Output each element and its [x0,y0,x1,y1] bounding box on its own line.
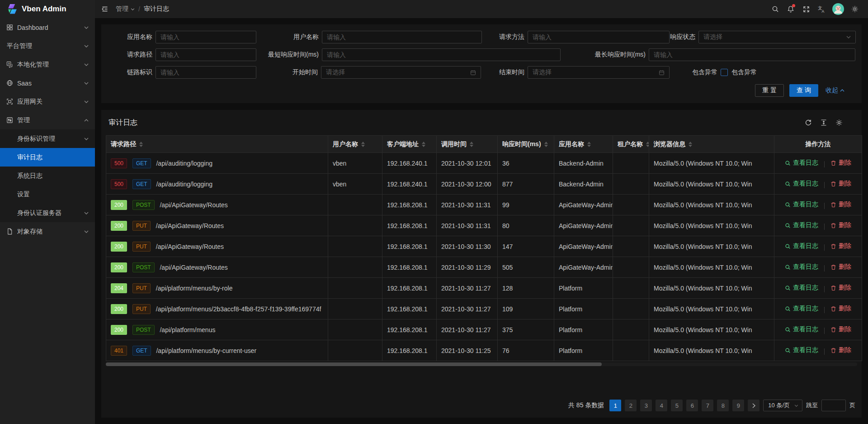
sort-icon[interactable] [422,142,425,147]
next-page-button[interactable] [748,400,760,411]
sidebar-item-localization[interactable]: A 本地化管理 [0,55,95,74]
sidebar-item-system-log[interactable]: 系统日志 [0,167,95,185]
saas-globe-icon [6,80,13,86]
view-log-button[interactable]: 查看日志 [785,180,818,188]
app-name-input[interactable] [160,33,251,41]
view-log-button[interactable]: 查看日志 [785,159,818,167]
breadcrumb-root[interactable]: 管理 [116,5,135,13]
app-name-cell: ApiGateWay-Admin [554,236,613,257]
sidebar-item-dashboard[interactable]: Dashboard [0,18,95,37]
field-label: 请求路径 [106,51,152,59]
delete-button[interactable]: 删除 [830,305,851,313]
field-min-response-time: 最短响应时间(ms) [256,48,561,61]
view-log-button[interactable]: 查看日志 [785,346,818,354]
delete-button[interactable]: 删除 [830,159,851,167]
sidebar-item-object-storage[interactable]: 对象存储 [0,222,95,241]
page-button[interactable]: 6 [686,400,698,411]
logo[interactable]: Vben Admin [0,0,95,18]
page-jump: 跳至 页 [806,400,855,411]
delete-button[interactable]: 删除 [830,180,851,188]
view-log-button[interactable]: 查看日志 [785,200,818,209]
tenant-name-cell [613,278,649,299]
reset-button[interactable]: 重 置 [755,84,784,97]
max-response-time-input[interactable] [654,51,850,58]
response-time-cell: 80 [498,215,554,236]
delete-button[interactable]: 删除 [830,221,851,229]
sort-icon[interactable] [544,142,548,147]
sidebar-item-audit-log[interactable]: 审计日志 [0,148,95,167]
search-button[interactable]: 查 询 [789,84,818,97]
search-icon[interactable] [768,0,783,18]
chevron-down-icon [131,8,135,10]
notification-bell-icon[interactable] [783,0,798,18]
column-header-tenant-name[interactable]: 租户名称 [613,136,649,153]
column-header-call-time[interactable]: 调用时间 [437,136,498,153]
sort-icon[interactable] [361,142,365,147]
fullscreen-icon[interactable] [798,0,814,18]
sidebar-item-auth-server[interactable]: 身份认证服务器 [0,204,95,222]
column-header-client-ip[interactable]: 客户端地址 [382,136,437,153]
collapse-link[interactable]: 收起 [826,86,844,95]
sort-icon[interactable] [587,142,591,147]
view-log-button[interactable]: 查看日志 [785,305,818,313]
request-path-input[interactable] [160,51,251,58]
column-header-browser-info[interactable]: 浏览器信息 [649,136,774,153]
delete-button[interactable]: 删除 [830,284,851,292]
menu-fold-icon[interactable] [101,5,108,13]
sidebar-item-settings[interactable]: 设置 [0,185,95,204]
call-time-cell: 2021-10-30 11:31 [437,195,498,215]
delete-button[interactable]: 删除 [830,263,851,271]
request-path-text: /api/platform/menus/2b3accf8-4fb8-f257-f… [156,305,321,313]
page-button[interactable]: 8 [717,400,729,411]
sidebar-item-platform[interactable]: 平台管理 [0,37,95,55]
action-divider [824,161,825,167]
delete-button[interactable]: 删除 [830,200,851,209]
translate-icon[interactable]: 文A [814,0,829,18]
sort-icon[interactable] [646,142,649,147]
view-log-button[interactable]: 查看日志 [785,325,818,333]
column-header-app-name[interactable]: 应用名称 [554,136,613,153]
column-settings-gear-icon[interactable] [835,119,843,126]
page-button[interactable]: 3 [640,400,652,411]
response-status-select[interactable]: 请选择 [698,31,856,43]
request-method-input[interactable] [533,33,665,41]
sidebar-item-identity[interactable]: 身份标识管理 [0,129,95,148]
user-name-input[interactable] [327,33,477,41]
delete-button[interactable]: 删除 [830,242,851,250]
sidebar-item-saas[interactable]: Saas [0,74,95,92]
table-toolbar [805,119,854,126]
page-button[interactable]: 2 [625,400,637,411]
end-time-picker[interactable]: 请选择 [528,66,670,79]
scrollbar-thumb[interactable] [106,362,602,366]
page-button[interactable]: 4 [656,400,667,411]
view-log-button[interactable]: 查看日志 [785,284,818,292]
delete-button[interactable]: 删除 [830,346,851,354]
delete-button[interactable]: 删除 [830,325,851,333]
trace-id-input[interactable] [160,69,251,76]
page-button[interactable]: 9 [732,400,744,411]
settings-gear-icon[interactable] [847,0,863,18]
page-button[interactable]: 1 [609,400,621,411]
row-height-icon[interactable] [820,119,827,126]
sidebar-item-manage[interactable]: 管理 [0,111,95,129]
page-button[interactable]: 5 [671,400,683,411]
column-header-request-path[interactable]: 请求路径 [106,136,328,153]
sidebar-item-gateway[interactable]: 应用网关 [0,92,95,111]
page-size-select[interactable]: 10 条/页 [763,400,802,411]
view-log-button[interactable]: 查看日志 [785,242,818,250]
column-header-user-name[interactable]: 用户名称 [328,136,382,153]
view-log-button[interactable]: 查看日志 [785,221,818,229]
action-divider [824,348,825,355]
user-avatar[interactable] [829,0,847,18]
start-time-picker[interactable]: 请选择 [321,66,481,79]
sort-icon[interactable] [139,142,143,147]
jump-page-input[interactable] [821,400,846,411]
view-log-button[interactable]: 查看日志 [785,263,818,271]
sort-icon[interactable] [689,142,692,147]
sort-icon[interactable] [470,142,473,147]
refresh-icon[interactable] [805,119,812,126]
min-response-time-input[interactable] [327,51,556,58]
column-header-response-time[interactable]: 响应时间(ms) [498,136,554,153]
include-exception-checkbox[interactable] [721,69,728,76]
page-button[interactable]: 7 [702,400,713,411]
